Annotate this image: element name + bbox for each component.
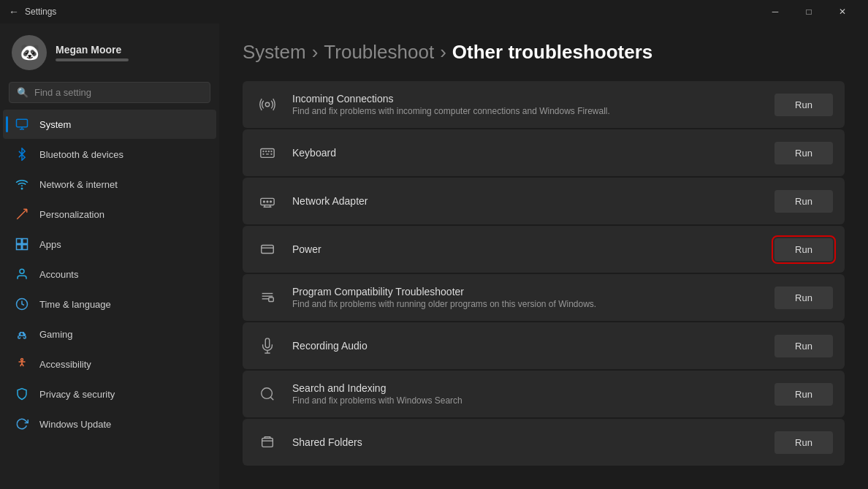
- sidebar-item-label-update: Windows Update: [39, 419, 111, 430]
- user-subtitle: [56, 58, 129, 61]
- keyboard-run-button[interactable]: Run: [774, 142, 833, 164]
- search-icon: 🔍: [17, 87, 28, 98]
- minimize-button[interactable]: ─: [758, 0, 792, 23]
- sidebar-item-gaming[interactable]: Gaming: [3, 319, 216, 349]
- svg-point-39: [267, 201, 268, 202]
- incoming-connections-name: Incoming Connections: [292, 93, 763, 105]
- sidebar-item-system[interactable]: System: [3, 110, 216, 139]
- back-button[interactable]: ←: [9, 6, 19, 18]
- network-adapter-name: Network Adapter: [292, 195, 763, 207]
- keyboard-name: Keyboard: [292, 147, 763, 159]
- user-name: Megan Moore: [56, 44, 129, 56]
- network-icon: [15, 177, 29, 192]
- svg-point-32: [263, 153, 264, 154]
- sidebar-item-label-accounts: Accounts: [39, 269, 78, 280]
- nav-list: SystemBluetooth & devicesNetwork & inter…: [0, 109, 219, 439]
- troubleshooter-item-search-indexing: Search and IndexingFind and fix problems…: [243, 371, 845, 417]
- recording-audio-icon: [254, 333, 281, 359]
- shared-folders-name: Shared Folders: [292, 436, 763, 448]
- sidebar-item-label-network: Network & internet: [39, 179, 118, 190]
- svg-point-3: [21, 188, 23, 189]
- troubleshooter-list: Incoming ConnectionsFind and fix problem…: [243, 81, 845, 466]
- troubleshooter-item-program-compat: Program Compatibility TroubleshooterFind…: [243, 274, 845, 321]
- svg-rect-51: [262, 439, 273, 447]
- titlebar: ← Settings ─ □ ✕: [0, 0, 868, 23]
- incoming-connections-desc: Find and fix problems with incoming comp…: [292, 106, 763, 116]
- breadcrumb-separator: ›: [440, 41, 446, 64]
- breadcrumb-part-0[interactable]: System: [243, 41, 306, 64]
- network-adapter-info: Network Adapter: [292, 195, 763, 207]
- breadcrumb: System › Troubleshoot › Other troublesho…: [243, 41, 845, 64]
- sidebar-item-accessibility[interactable]: Accessibility: [3, 349, 216, 379]
- program-compat-icon: [254, 284, 281, 311]
- time-icon: [15, 297, 29, 311]
- titlebar-controls: ─ □ ✕: [758, 0, 859, 23]
- sidebar: 🐼 Megan Moore 🔍 SystemBluetooth & device…: [0, 23, 219, 489]
- breadcrumb-separator: ›: [312, 41, 319, 64]
- search-indexing-info: Search and IndexingFind and fix problems…: [292, 382, 763, 406]
- search-input[interactable]: [34, 87, 202, 98]
- breadcrumb-part-2: Other troubleshooters: [452, 41, 652, 64]
- accessibility-icon: [15, 357, 29, 371]
- sidebar-item-privacy[interactable]: Privacy & security: [3, 379, 216, 409]
- svg-rect-8: [23, 239, 28, 244]
- power-run-button[interactable]: Run: [774, 238, 833, 261]
- sidebar-item-label-accessibility: Accessibility: [39, 359, 91, 370]
- svg-point-38: [264, 201, 265, 202]
- shared-folders-icon: [254, 429, 281, 455]
- sidebar-item-accounts[interactable]: Accounts: [3, 259, 216, 289]
- sidebar-item-label-time: Time & language: [39, 299, 111, 310]
- keyboard-info: Keyboard: [292, 147, 763, 159]
- svg-rect-20: [261, 149, 274, 158]
- update-icon: [15, 417, 29, 431]
- svg-rect-10: [23, 245, 28, 250]
- sidebar-item-label-system: System: [39, 119, 71, 130]
- incoming-connections-run-button[interactable]: Run: [774, 94, 833, 116]
- svg-point-31: [271, 151, 272, 152]
- sidebar-item-label-gaming: Gaming: [39, 329, 73, 340]
- shared-folders-run-button[interactable]: Run: [774, 431, 833, 454]
- svg-point-49: [262, 388, 273, 399]
- close-button[interactable]: ✕: [826, 0, 859, 23]
- svg-point-29: [266, 151, 267, 152]
- privacy-icon: [15, 387, 29, 401]
- network-adapter-run-button[interactable]: Run: [774, 190, 833, 213]
- network-adapter-icon: [254, 188, 281, 214]
- troubleshooter-item-shared-folders: Shared FoldersRun: [243, 419, 845, 466]
- power-name: Power: [292, 243, 763, 255]
- sidebar-item-bluetooth[interactable]: Bluetooth & devices: [3, 140, 216, 169]
- svg-point-40: [270, 201, 272, 202]
- power-icon: [254, 236, 281, 262]
- search-indexing-run-button[interactable]: Run: [774, 383, 833, 406]
- svg-rect-9: [17, 245, 22, 250]
- sidebar-item-network[interactable]: Network & internet: [3, 170, 216, 199]
- svg-point-33: [271, 153, 272, 154]
- accounts-icon: [15, 267, 29, 281]
- sidebar-item-update[interactable]: Windows Update: [3, 409, 216, 439]
- user-info: Megan Moore: [56, 44, 129, 61]
- troubleshooter-item-keyboard: KeyboardRun: [243, 129, 845, 176]
- system-icon: [15, 117, 29, 132]
- svg-rect-41: [262, 246, 274, 254]
- sidebar-item-time[interactable]: Time & language: [3, 289, 216, 319]
- sidebar-item-label-personalization: Personalization: [39, 209, 104, 220]
- search-box[interactable]: 🔍: [9, 82, 210, 103]
- svg-rect-7: [17, 239, 22, 244]
- program-compat-run-button[interactable]: Run: [774, 287, 833, 309]
- apps-icon: [15, 237, 29, 251]
- gaming-icon: [15, 327, 29, 341]
- svg-rect-46: [269, 297, 273, 302]
- svg-point-19: [265, 102, 270, 107]
- main-content: System › Troubleshoot › Other troublesho…: [219, 23, 868, 489]
- breadcrumb-part-1[interactable]: Troubleshoot: [324, 41, 434, 64]
- troubleshooter-item-recording-audio: Recording AudioRun: [243, 322, 845, 369]
- maximize-button[interactable]: □: [792, 0, 826, 23]
- svg-rect-0: [17, 119, 28, 127]
- recording-audio-info: Recording Audio: [292, 340, 763, 352]
- sidebar-item-apps[interactable]: Apps: [3, 230, 216, 259]
- recording-audio-name: Recording Audio: [292, 340, 763, 352]
- search-indexing-icon: [254, 381, 281, 407]
- incoming-connections-icon: [254, 91, 281, 118]
- sidebar-item-personalization[interactable]: Personalization: [3, 200, 216, 229]
- recording-audio-run-button[interactable]: Run: [774, 335, 833, 357]
